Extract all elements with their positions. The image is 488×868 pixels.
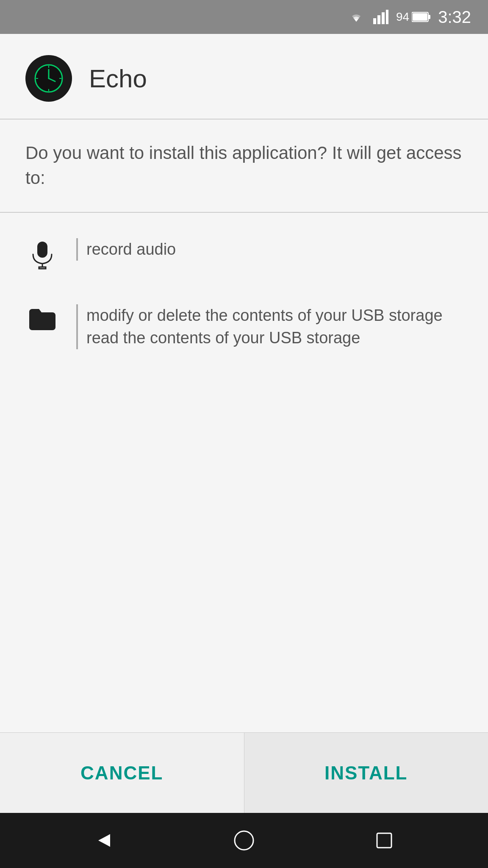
signal-icon (373, 10, 388, 24)
storage-divider (76, 304, 78, 349)
action-buttons: CANCEL INSTALL (0, 732, 488, 813)
home-icon (233, 830, 255, 851)
svg-rect-2 (382, 12, 385, 24)
battery-level: 94 (396, 10, 409, 24)
storage-permission-line2: read the contents of your USB storage (86, 327, 443, 349)
status-bar: 94 3:32 (0, 0, 488, 34)
battery-indicator: 94 (396, 10, 430, 24)
audio-permission-inner: record audio (76, 238, 463, 261)
storage-permission-line1: modify or delete the contents of your US… (86, 304, 443, 327)
permission-storage: modify or delete the contents of your US… (0, 287, 488, 366)
app-name: Echo (89, 64, 147, 93)
permissions-list: record audio modify or delete the conten… (0, 213, 488, 375)
recents-icon (374, 830, 395, 851)
svg-point-16 (235, 831, 253, 850)
wifi-icon (347, 10, 366, 24)
svg-rect-14 (37, 242, 47, 258)
svg-rect-0 (373, 18, 376, 24)
svg-rect-6 (413, 13, 427, 21)
main-content: Echo Do you want to install this applica… (0, 34, 488, 813)
svg-rect-3 (386, 10, 388, 24)
microphone-icon-wrap (25, 238, 59, 270)
storage-permission-text: modify or delete the contents of your US… (86, 304, 443, 349)
microphone-icon (30, 241, 55, 270)
folder-icon (28, 307, 57, 332)
back-button[interactable] (87, 823, 121, 857)
home-button[interactable] (227, 823, 261, 857)
svg-rect-17 (377, 833, 391, 848)
nav-bar (0, 813, 488, 868)
status-time: 3:32 (438, 8, 471, 27)
storage-permission-inner: modify or delete the contents of your US… (76, 304, 463, 349)
svg-rect-1 (377, 15, 380, 24)
content-spacer (0, 375, 488, 732)
svg-rect-5 (428, 15, 430, 19)
app-icon (25, 55, 72, 102)
recents-button[interactable] (367, 823, 401, 857)
audio-permission-text: record audio (86, 238, 176, 261)
permission-audio: record audio (0, 221, 488, 287)
svg-marker-15 (98, 834, 110, 847)
install-description: Do you want to install this application?… (0, 120, 488, 212)
install-button[interactable]: INSTALL (244, 733, 488, 813)
status-icons: 94 3:32 (347, 8, 471, 27)
folder-icon-wrap (25, 304, 59, 332)
app-header: Echo (0, 34, 488, 119)
cancel-button[interactable]: CANCEL (0, 733, 244, 813)
back-icon (93, 830, 114, 851)
battery-icon (412, 11, 430, 22)
audio-divider (76, 238, 78, 261)
